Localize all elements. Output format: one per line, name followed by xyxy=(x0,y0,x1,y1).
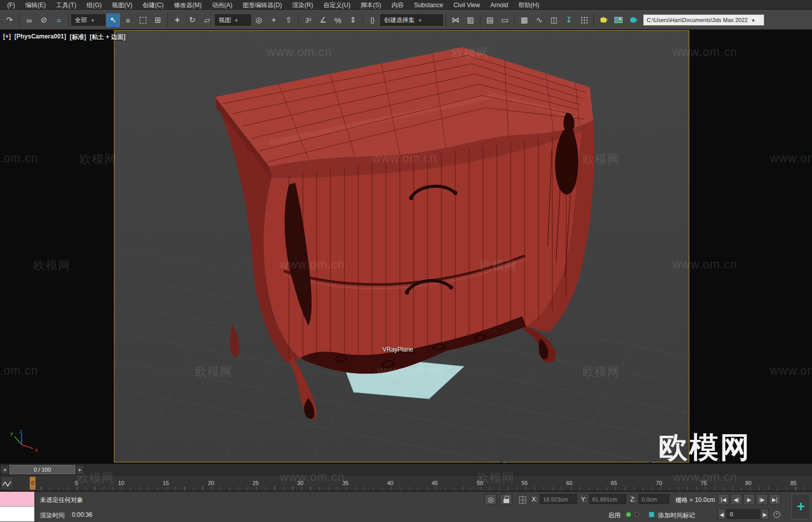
toolbar-separator xyxy=(167,13,168,27)
maximize-viewport-toggle[interactable]: + xyxy=(791,494,810,519)
time-slider-right-arrow[interactable] xyxy=(76,465,84,474)
trackbar-tick-label: 75 xyxy=(701,480,707,486)
percent-snap-icon[interactable]: % xyxy=(331,13,345,27)
viewport-general-menu[interactable]: [+] xyxy=(3,33,11,42)
selection-lock-icon[interactable] xyxy=(500,494,512,505)
keyboard-override-icon[interactable]: ⇧ xyxy=(282,13,296,27)
viewport-shading-menu[interactable]: [粘土 + 边面] xyxy=(90,33,126,42)
select-and-scale-icon[interactable]: ▱ xyxy=(200,13,214,27)
y-coord-field[interactable]: 61.891cm xyxy=(589,494,626,504)
select-object-icon[interactable]: ↖ xyxy=(106,13,120,27)
scene-explorer-icon[interactable]: ▦ xyxy=(517,13,531,27)
menu-edit[interactable]: 编辑(E) xyxy=(20,0,51,11)
x-coord-field[interactable]: 18.923cm xyxy=(540,494,577,504)
menu-content[interactable]: 内容 xyxy=(386,0,409,11)
frame-spinner-down-icon[interactable]: ◀ xyxy=(718,509,726,520)
3dsmax-window: (F) 编辑(E) 工具(T) 组(G) 视图(V) 创建(C) 修改器(M) … xyxy=(0,0,812,522)
menu-rendering[interactable]: 渲染(R) xyxy=(287,0,318,11)
trackbar-tick-label: 25 xyxy=(253,480,259,486)
play-button[interactable]: ▶ xyxy=(743,494,755,505)
named-selection-sets-dropdown[interactable]: 创建选择集 xyxy=(380,14,443,26)
time-slider[interactable]: 0 / 100 xyxy=(0,463,812,475)
current-frame-field[interactable]: 0 xyxy=(727,509,760,519)
menu-group[interactable]: 组(G) xyxy=(82,0,107,11)
menu-civil-view[interactable]: Civil View xyxy=(448,1,485,10)
frame-spinner-up-icon[interactable]: ▶ xyxy=(761,509,769,520)
animation-enable-label: 启用 xyxy=(608,511,621,520)
clock-shape xyxy=(774,511,780,518)
menu-help[interactable]: 帮助(H) xyxy=(513,0,545,11)
track-bar[interactable]: 0 5 10 15 20 25 30 35 40 45 50 55 60 65 … xyxy=(0,475,812,491)
use-pivot-center-icon[interactable]: ◎ xyxy=(252,13,266,27)
selection-filter-dropdown[interactable]: 全部 xyxy=(71,14,105,26)
select-and-rotate-icon[interactable]: ↻ xyxy=(185,13,199,27)
z-coord-field[interactable]: 0.0cm xyxy=(639,494,669,504)
select-and-move-icon[interactable]: + xyxy=(170,13,184,27)
render-frame-download-icon[interactable]: ↧ xyxy=(562,13,576,27)
previous-frame-button[interactable]: ◀| xyxy=(730,494,742,505)
ribbon-toggle-icon[interactable]: ▭ xyxy=(498,13,512,27)
enable-status-dot-dark[interactable] xyxy=(634,512,639,517)
spinner-snap-icon[interactable]: ⇕ xyxy=(346,13,360,27)
menu-create[interactable]: 创建(C) xyxy=(138,0,169,11)
menu-arnold[interactable]: Arnold xyxy=(485,1,513,10)
unlink-selection-icon[interactable]: ⊘ xyxy=(37,13,51,27)
render-setup-teapot-icon[interactable] xyxy=(596,13,610,27)
align-icon[interactable]: ▥ xyxy=(463,13,477,27)
trackbar-tick-label: 45 xyxy=(432,480,438,486)
redo-icon[interactable]: ↷ xyxy=(3,13,16,27)
next-frame-button[interactable]: |▶ xyxy=(756,494,768,505)
layer-manager-icon[interactable]: ▤ xyxy=(483,13,497,27)
go-to-start-button[interactable]: |◀ xyxy=(718,494,729,505)
trackbar-tick-label: 10 xyxy=(118,480,124,486)
snap-toggle-icon[interactable]: 3³ xyxy=(301,13,315,27)
teapot-shape xyxy=(599,16,608,24)
maxscript-mini-listener[interactable] xyxy=(0,492,35,522)
time-slider-left-arrow[interactable] xyxy=(1,465,9,474)
listener-line[interactable] xyxy=(0,507,34,521)
render-production-teapot-icon[interactable] xyxy=(626,13,640,27)
time-configuration-icon[interactable] xyxy=(771,509,782,520)
menu-file[interactable]: (F) xyxy=(2,1,20,10)
rendered-frame-window-icon[interactable] xyxy=(611,13,625,27)
rectangular-selection-icon[interactable] xyxy=(136,13,150,27)
project-folder-dropdown[interactable]: C:\Users\Han\Documents\3ds Max 2022 xyxy=(643,14,764,26)
macro-recorder-line[interactable] xyxy=(0,492,34,507)
reference-coordinate-dropdown[interactable]: 视图 xyxy=(215,14,251,26)
select-and-manipulate-icon[interactable]: ⌖ xyxy=(267,13,281,27)
marquee-shape xyxy=(140,17,146,24)
menu-graph-editors[interactable]: 图形编辑器(D) xyxy=(238,0,287,11)
x-coord-label: X: xyxy=(532,496,537,503)
menu-modifiers[interactable]: 修改器(M) xyxy=(169,0,207,11)
dotted-grid-icon[interactable] xyxy=(577,13,591,27)
trackbar-curves-icon[interactable] xyxy=(1,476,14,490)
schematic-view-icon[interactable]: ◫ xyxy=(547,13,561,27)
curve-editor-icon[interactable]: ∿ xyxy=(532,13,546,27)
select-by-name-icon[interactable]: ≡ xyxy=(121,13,135,27)
picture-shape xyxy=(614,17,623,23)
menu-customize[interactable]: 自定义(U) xyxy=(318,0,356,11)
enable-status-dot-green[interactable] xyxy=(626,512,631,517)
menu-scripting[interactable]: 脚本(S) xyxy=(356,0,386,11)
add-time-tag[interactable]: 添加时间标记 xyxy=(658,511,695,520)
isolate-selection-icon[interactable] xyxy=(485,494,497,505)
current-frame-marker[interactable]: 0 xyxy=(30,477,35,490)
absolute-offset-toggle-icon[interactable] xyxy=(517,494,528,506)
edit-named-sets-icon[interactable]: {} xyxy=(365,13,379,27)
menu-animation[interactable]: 动画(A) xyxy=(207,0,238,11)
camera-frame[interactable]: VRayPlane xyxy=(114,30,689,462)
select-and-link-icon[interactable]: ∞ xyxy=(22,13,36,27)
menu-tools[interactable]: 工具(T) xyxy=(51,0,81,11)
menu-substance[interactable]: Substance xyxy=(409,1,449,10)
window-crossing-icon[interactable]: ⊞ xyxy=(151,13,165,27)
time-slider-thumb[interactable]: 0 / 100 xyxy=(9,465,75,474)
angle-snap-icon[interactable]: ∠ xyxy=(316,13,330,27)
mirror-icon[interactable]: ⋈ xyxy=(449,13,462,27)
trackbar-tick-label: 5 xyxy=(75,480,78,486)
viewport-preset-menu[interactable]: [标准] xyxy=(70,33,86,42)
bind-to-spacewarp-icon[interactable]: ≈ xyxy=(52,13,66,27)
viewport[interactable]: [+] [PhysCamera001] [标准] [粘土 + 边面] xyxy=(0,30,812,463)
go-to-end-button[interactable]: ▶| xyxy=(769,494,781,505)
menu-views[interactable]: 视图(V) xyxy=(107,0,138,11)
viewport-pov-menu[interactable]: [PhysCamera001] xyxy=(14,33,66,42)
